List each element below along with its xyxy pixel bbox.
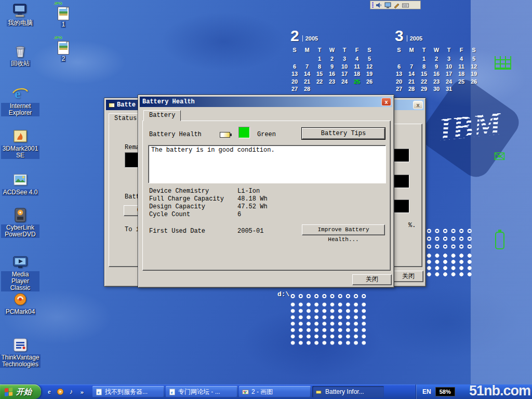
toolbar-grip[interactable] bbox=[372, 2, 374, 8]
internet-explorer-icon: e bbox=[96, 389, 102, 395]
media-player-classic-icon bbox=[11, 254, 29, 270]
file-label: 1 bbox=[61, 21, 66, 28]
battery-health-titlebar[interactable]: Battery Health x bbox=[140, 97, 392, 107]
desktop-file-jpg-2[interactable]: JPG 2 bbox=[52, 35, 75, 62]
weekday-label: F bbox=[351, 47, 363, 56]
weekday-label: F bbox=[455, 47, 468, 56]
calendar-year: 2005 bbox=[302, 35, 318, 42]
volume-icon[interactable] bbox=[376, 2, 382, 8]
calendar-day bbox=[393, 56, 405, 63]
calendar-day: 15 bbox=[418, 71, 430, 78]
task-button-browser-2[interactable]: e 专门网论坛 - ... bbox=[166, 386, 237, 397]
quick-launch: e ♪ » bbox=[41, 388, 90, 396]
battery-tips-button[interactable]: Battery Tips bbox=[302, 128, 385, 139]
calendar-day: 30 bbox=[430, 86, 443, 94]
close-icon[interactable]: x bbox=[413, 101, 423, 109]
calendar-day bbox=[288, 56, 301, 63]
volume-quick-icon[interactable]: ♪ bbox=[67, 388, 75, 396]
desktop-icon-3dmark2001[interactable]: 3DMark2001 SE bbox=[1, 128, 39, 159]
desktop-icon-pcmark04[interactable]: PCMark04 bbox=[1, 291, 39, 315]
calendar-day: 17 bbox=[443, 71, 455, 78]
weekday-label: W bbox=[430, 47, 443, 56]
calendar-day: 19 bbox=[363, 71, 376, 78]
close-button[interactable]: 关闭 bbox=[393, 271, 423, 282]
calendar-day: 6 bbox=[288, 63, 301, 71]
quick-launch-more-icon[interactable]: » bbox=[78, 388, 86, 396]
internet-explorer-quick-icon[interactable]: e bbox=[45, 388, 54, 396]
recycle-bin-icon bbox=[11, 43, 29, 59]
calendar-day: 22 bbox=[418, 78, 430, 86]
calendar-day: 16 bbox=[430, 71, 443, 78]
start-button[interactable]: 开始 bbox=[0, 384, 41, 399]
desktop-icon-my-computer[interactable]: 我的电脑 bbox=[1, 2, 39, 26]
ibm-logo: IBM bbox=[437, 105, 503, 148]
floating-toolbar[interactable] bbox=[370, 1, 421, 9]
calendar-day: 13 bbox=[288, 71, 301, 78]
improve-battery-health-button[interactable]: Improve Battery Health... bbox=[302, 224, 385, 235]
taskbar: 开始 e ♪ » e 找不到服务器... e 专门网论坛 - ... 2 - 画… bbox=[0, 384, 532, 399]
calendar-february: 2 2005 SMTWTFS 1234567891011121314151617… bbox=[288, 28, 376, 94]
first-used-value: 2005-01 bbox=[237, 228, 263, 235]
pcmark-icon bbox=[11, 291, 29, 308]
media-player-quick-icon[interactable] bbox=[56, 388, 64, 396]
battery-app-icon bbox=[109, 103, 115, 108]
task-button-paint[interactable]: 2 - 画图 bbox=[239, 386, 311, 397]
task-label: Battery Infor... bbox=[325, 388, 364, 395]
battery-health-window: Battery Health x Battery Battery Health … bbox=[138, 95, 394, 288]
calendar-day: 22 bbox=[313, 78, 326, 86]
calendar-day: 11 bbox=[351, 63, 363, 71]
calendar-day: 20 bbox=[393, 78, 405, 86]
calendar-days: 1234567891011121314151617181920212223242… bbox=[393, 56, 480, 94]
calendar-day bbox=[301, 56, 313, 63]
desktop-icon-acdsee[interactable]: ACDSee 4.0 bbox=[1, 171, 39, 196]
battery-field-row: Design Capacity 47.52 Wh bbox=[149, 203, 326, 211]
calendar-day: 10 bbox=[443, 63, 455, 71]
keyboard-icon[interactable] bbox=[402, 2, 409, 8]
field-label: Design Capacity bbox=[149, 203, 237, 211]
dot-pattern-main bbox=[289, 301, 368, 346]
task-button-battery-information[interactable]: Battery Infor... bbox=[312, 386, 384, 397]
calendar-day: 20 bbox=[288, 78, 301, 86]
grid-decoration-icon bbox=[495, 56, 511, 70]
close-button[interactable]: 关闭 bbox=[352, 274, 392, 285]
field-label: Device Chemistry bbox=[149, 188, 237, 195]
display-icon[interactable] bbox=[384, 2, 391, 8]
percent-label: %. bbox=[408, 222, 416, 229]
pen-icon[interactable] bbox=[393, 2, 400, 8]
window-title: Battery Health bbox=[142, 98, 195, 105]
desktop-icon-recycle-bin[interactable]: 回收站 bbox=[1, 43, 39, 67]
weekday-label: S bbox=[468, 47, 480, 56]
task-label: 2 - 画图 bbox=[251, 388, 273, 396]
desktop-file-jpg-1[interactable]: JPG 1 bbox=[52, 1, 75, 28]
desktop-icon-media-player-classic[interactable]: Media Player Classic bbox=[1, 254, 39, 291]
close-icon[interactable]: x bbox=[381, 98, 391, 106]
calendar-day: 16 bbox=[326, 71, 338, 78]
calendar-day: 1 bbox=[418, 56, 430, 63]
calendar-day: 5 bbox=[363, 56, 376, 63]
desktop-icon-thinkvantage[interactable]: ThinkVantage Technologies bbox=[1, 337, 39, 368]
calendar-days: 1234567891011121314151617181920212223242… bbox=[288, 56, 376, 94]
desktop-icon-internet-explorer[interactable]: e Internet Explorer bbox=[1, 85, 39, 116]
desktop-icon-powerdvd[interactable]: CyberLink PowerDVD bbox=[1, 207, 39, 238]
svg-text:e: e bbox=[171, 389, 173, 394]
tab-battery[interactable]: Battery bbox=[143, 110, 181, 121]
windows-flag-icon bbox=[4, 387, 14, 396]
language-indicator[interactable]: EN bbox=[422, 388, 431, 395]
3dmark-icon bbox=[11, 128, 29, 144]
task-button-strip: e 找不到服务器... e 专门网论坛 - ... 2 - 画图 Battery… bbox=[90, 386, 416, 397]
calendar-day: 23 bbox=[430, 78, 443, 86]
paint-icon bbox=[242, 389, 249, 395]
calendar-day: 11 bbox=[455, 63, 468, 71]
calendar-weekday-row: SMTWTFS bbox=[288, 47, 376, 56]
health-status-label: Green bbox=[257, 131, 276, 138]
calendar-day: 12 bbox=[468, 63, 480, 71]
calendar-day: 3 bbox=[443, 56, 455, 63]
battery-percent-indicator[interactable]: 58% bbox=[435, 387, 455, 396]
calendar-day: 8 bbox=[418, 63, 430, 71]
dot-pattern-side-hollow bbox=[425, 227, 474, 251]
jpg-tag: JPG bbox=[54, 35, 62, 40]
calendar-day: 24 bbox=[443, 78, 455, 86]
condition-textbox[interactable]: The battery is in good condition. bbox=[148, 145, 386, 183]
task-button-browser-1[interactable]: e 找不到服务器... bbox=[92, 386, 164, 397]
system-tray: EN 58% 51nb.com bbox=[416, 384, 532, 399]
